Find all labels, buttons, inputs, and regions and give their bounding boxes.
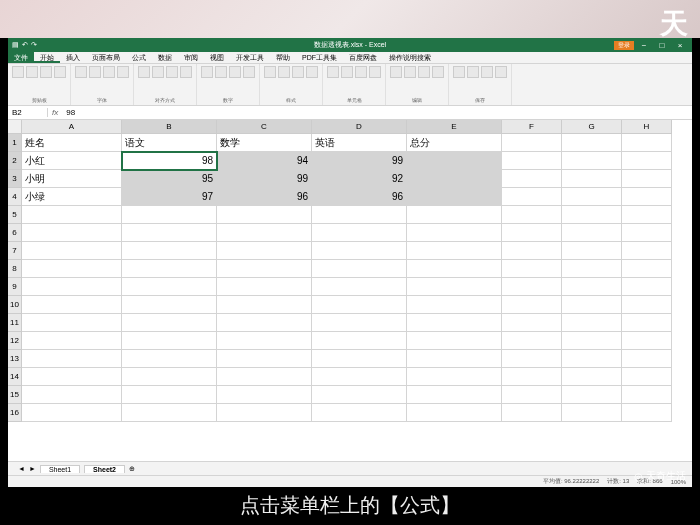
cell-D1[interactable]: 英语 <box>312 134 407 152</box>
cell-C15[interactable] <box>217 386 312 404</box>
cell-D8[interactable] <box>312 260 407 278</box>
ribbon-button[interactable] <box>229 66 241 78</box>
row-header-2[interactable]: 2 <box>8 152 22 170</box>
row-header-11[interactable]: 11 <box>8 314 22 332</box>
column-header-C[interactable]: C <box>217 120 312 134</box>
cell-F6[interactable] <box>502 224 562 242</box>
tab-baidu[interactable]: 百度网盘 <box>343 52 383 63</box>
cell-A15[interactable] <box>22 386 122 404</box>
row-header-9[interactable]: 9 <box>8 278 22 296</box>
cell-D13[interactable] <box>312 350 407 368</box>
cell-C14[interactable] <box>217 368 312 386</box>
ribbon-button[interactable] <box>215 66 227 78</box>
column-header-G[interactable]: G <box>562 120 622 134</box>
ribbon-button[interactable] <box>152 66 164 78</box>
cell-E16[interactable] <box>407 404 502 422</box>
cell-A6[interactable] <box>22 224 122 242</box>
cell-A12[interactable] <box>22 332 122 350</box>
row-header-14[interactable]: 14 <box>8 368 22 386</box>
cell-E6[interactable] <box>407 224 502 242</box>
column-header-H[interactable]: H <box>622 120 672 134</box>
row-header-10[interactable]: 10 <box>8 296 22 314</box>
cell-C13[interactable] <box>217 350 312 368</box>
cell-H9[interactable] <box>622 278 672 296</box>
cell-D15[interactable] <box>312 386 407 404</box>
tab-help[interactable]: 帮助 <box>270 52 296 63</box>
cell-B8[interactable] <box>122 260 217 278</box>
cell-H15[interactable] <box>622 386 672 404</box>
cell-C11[interactable] <box>217 314 312 332</box>
cell-F1[interactable] <box>502 134 562 152</box>
column-header-E[interactable]: E <box>407 120 502 134</box>
cell-E12[interactable] <box>407 332 502 350</box>
tab-review[interactable]: 审阅 <box>178 52 204 63</box>
cell-E10[interactable] <box>407 296 502 314</box>
cell-D5[interactable] <box>312 206 407 224</box>
cell-E14[interactable] <box>407 368 502 386</box>
cell-E9[interactable] <box>407 278 502 296</box>
cell-D2[interactable]: 99 <box>312 152 407 170</box>
ribbon-button[interactable] <box>453 66 465 78</box>
cell-A8[interactable] <box>22 260 122 278</box>
cell-G16[interactable] <box>562 404 622 422</box>
cell-E15[interactable] <box>407 386 502 404</box>
column-header-F[interactable]: F <box>502 120 562 134</box>
cell-G10[interactable] <box>562 296 622 314</box>
cell-G6[interactable] <box>562 224 622 242</box>
cell-G13[interactable] <box>562 350 622 368</box>
cell-E2[interactable] <box>407 152 502 170</box>
cell-H1[interactable] <box>622 134 672 152</box>
cell-C6[interactable] <box>217 224 312 242</box>
cell-B5[interactable] <box>122 206 217 224</box>
cell-C5[interactable] <box>217 206 312 224</box>
cell-A13[interactable] <box>22 350 122 368</box>
row-header-3[interactable]: 3 <box>8 170 22 188</box>
cell-G12[interactable] <box>562 332 622 350</box>
cell-A16[interactable] <box>22 404 122 422</box>
cell-C12[interactable] <box>217 332 312 350</box>
row-header-8[interactable]: 8 <box>8 260 22 278</box>
login-button[interactable]: 登录 <box>614 41 634 50</box>
cell-D16[interactable] <box>312 404 407 422</box>
formula-input[interactable]: 98 <box>62 108 692 117</box>
undo-icon[interactable]: ↶ <box>22 41 28 49</box>
row-header-4[interactable]: 4 <box>8 188 22 206</box>
ribbon-button[interactable] <box>103 66 115 78</box>
cell-H12[interactable] <box>622 332 672 350</box>
cell-G14[interactable] <box>562 368 622 386</box>
cell-E5[interactable] <box>407 206 502 224</box>
ribbon-button[interactable] <box>201 66 213 78</box>
cell-E3[interactable] <box>407 170 502 188</box>
cell-H6[interactable] <box>622 224 672 242</box>
cell-F9[interactable] <box>502 278 562 296</box>
ribbon-button[interactable] <box>327 66 339 78</box>
ribbon-button[interactable] <box>54 66 66 78</box>
cell-H8[interactable] <box>622 260 672 278</box>
ribbon-button[interactable] <box>40 66 52 78</box>
cell-D7[interactable] <box>312 242 407 260</box>
cell-F13[interactable] <box>502 350 562 368</box>
cell-C16[interactable] <box>217 404 312 422</box>
cell-C7[interactable] <box>217 242 312 260</box>
cell-D10[interactable] <box>312 296 407 314</box>
cell-G5[interactable] <box>562 206 622 224</box>
cell-G15[interactable] <box>562 386 622 404</box>
save-icon[interactable]: ▤ <box>12 41 19 49</box>
cell-H14[interactable] <box>622 368 672 386</box>
ribbon-button[interactable] <box>390 66 402 78</box>
row-header-7[interactable]: 7 <box>8 242 22 260</box>
cell-A4[interactable]: 小绿 <box>22 188 122 206</box>
cell-C8[interactable] <box>217 260 312 278</box>
cell-D9[interactable] <box>312 278 407 296</box>
cell-H7[interactable] <box>622 242 672 260</box>
cell-F5[interactable] <box>502 206 562 224</box>
cell-D4[interactable]: 96 <box>312 188 407 206</box>
cell-E13[interactable] <box>407 350 502 368</box>
cell-F8[interactable] <box>502 260 562 278</box>
ribbon-button[interactable] <box>26 66 38 78</box>
cell-A11[interactable] <box>22 314 122 332</box>
cell-H16[interactable] <box>622 404 672 422</box>
ribbon-button[interactable] <box>369 66 381 78</box>
row-header-6[interactable]: 6 <box>8 224 22 242</box>
fx-icon[interactable]: fx <box>48 108 62 117</box>
